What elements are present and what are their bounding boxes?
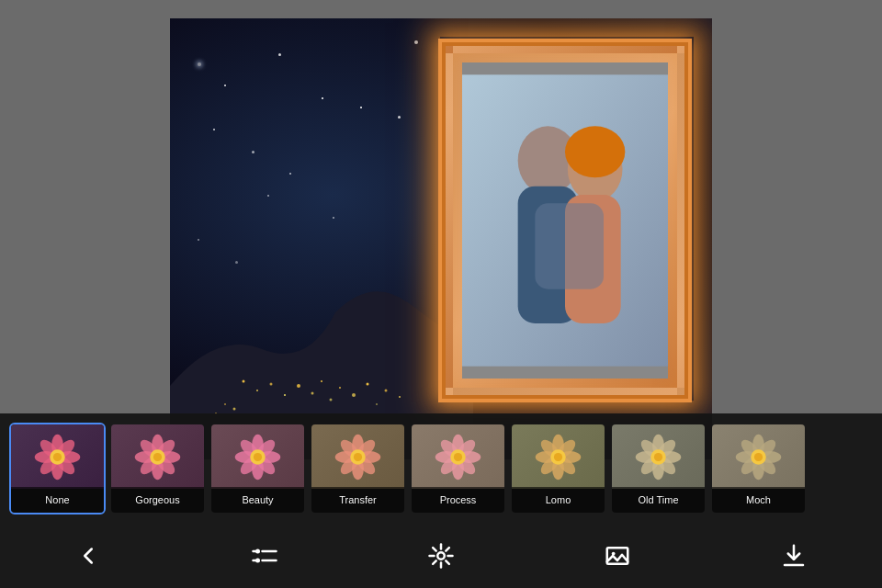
svg-point-6 (311, 392, 314, 395)
svg-line-118 (433, 560, 436, 564)
svg-point-16 (233, 408, 236, 411)
frame-inner (462, 62, 668, 379)
svg-point-1 (243, 380, 245, 383)
svg-point-117 (437, 552, 445, 560)
svg-point-94 (654, 452, 662, 460)
filter-item-beauty[interactable]: Beauty (209, 423, 306, 514)
filter-item-none[interactable]: None (9, 423, 106, 514)
svg-point-8 (330, 399, 333, 401)
filter-item-transfer[interactable]: Transfer (310, 423, 406, 514)
svg-point-4 (284, 394, 286, 396)
filter-item-moch[interactable]: Moch (710, 423, 807, 514)
filter-label-lomo: Lomo (512, 487, 605, 513)
effects-button[interactable] (418, 533, 464, 579)
svg-point-104 (754, 452, 763, 460)
svg-point-11 (367, 383, 369, 386)
filter-label-process: Process (412, 487, 504, 513)
photo-frame (446, 46, 684, 395)
filters-button[interactable] (242, 533, 288, 579)
image-container (170, 18, 712, 459)
svg-line-114 (446, 560, 449, 564)
filter-label-gorgeous: Gorgeous (111, 487, 204, 513)
filter-label-moch: Moch (712, 487, 805, 513)
svg-line-113 (433, 548, 436, 551)
svg-point-74 (454, 452, 462, 460)
download-button[interactable] (771, 533, 817, 579)
svg-point-12 (376, 403, 378, 405)
svg-line-119 (446, 548, 449, 551)
svg-point-54 (254, 452, 262, 460)
svg-point-2 (256, 390, 258, 391)
bottom-toolbar (0, 524, 882, 588)
gallery-button[interactable] (594, 533, 640, 579)
back-button[interactable] (65, 533, 111, 579)
svg-point-7 (321, 380, 322, 382)
svg-point-84 (554, 452, 562, 460)
svg-point-23 (565, 126, 625, 177)
svg-rect-24 (535, 203, 604, 288)
svg-point-64 (354, 452, 362, 460)
svg-point-14 (399, 396, 401, 398)
svg-point-121 (612, 552, 616, 556)
filter-label-beauty: Beauty (211, 487, 304, 513)
filter-item-oldtime[interactable]: Old Time (610, 423, 707, 514)
filter-label-none: None (11, 487, 104, 513)
filter-item-gorgeous[interactable]: Gorgeous (109, 423, 206, 514)
filter-item-lomo[interactable]: Lomo (510, 423, 606, 514)
filter-label-oldtime: Old Time (612, 487, 705, 513)
svg-point-15 (224, 403, 226, 405)
svg-point-13 (385, 390, 388, 392)
svg-point-5 (297, 384, 300, 388)
svg-point-34 (53, 452, 62, 460)
main-image-area (0, 0, 882, 478)
filter-item-process[interactable]: Process (410, 423, 506, 514)
svg-point-9 (339, 387, 341, 389)
svg-point-10 (352, 393, 356, 397)
filter-label-transfer: Transfer (311, 487, 404, 513)
svg-point-44 (153, 452, 162, 460)
filter-strip: None Gorgeous (0, 413, 882, 524)
svg-point-3 (270, 383, 273, 386)
